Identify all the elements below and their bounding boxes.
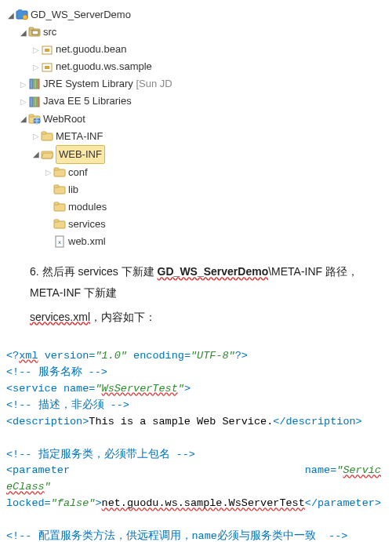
svg-rect-10 (30, 79, 33, 89)
para-line2: services.xml，内容如下： (30, 311, 156, 323)
expand-icon[interactable]: ▷ (31, 60, 41, 74)
tree-metainf[interactable]: ▷ META-INF (6, 128, 386, 145)
xml-code-block: <?xml version="1.0" encoding="UTF-8"?> <… (6, 332, 386, 542)
svg-rect-24 (54, 168, 59, 170)
node-label: conf (68, 164, 88, 181)
folder-icon (53, 166, 66, 179)
node-label: src (43, 24, 56, 41)
package-icon (41, 43, 53, 56)
svg-rect-28 (54, 202, 59, 205)
expand-icon[interactable]: ▷ (19, 95, 28, 108)
svg-rect-13 (30, 97, 33, 107)
tree-services[interactable]: ▷ services (6, 216, 386, 233)
library-icon (28, 96, 41, 108)
svg-rect-1 (18, 9, 22, 12)
node-label: services (68, 216, 106, 233)
node-label: web.xml (68, 233, 106, 250)
expand-icon[interactable]: ◢ (31, 147, 41, 161)
document-paragraph: 6. 然后再 services 下新建 GD_WS_ServerDemo\MET… (6, 261, 386, 327)
node-label: modules (68, 198, 107, 216)
tree-webxml[interactable]: ▷ x web.xml (6, 233, 386, 250)
tree-webinf[interactable]: ◢ WEB-INF (6, 145, 386, 164)
svg-rect-5 (32, 31, 38, 35)
svg-rect-30 (54, 220, 59, 222)
expand-icon[interactable]: ▷ (31, 43, 41, 56)
tree-root[interactable]: ◢ GD_WS_ServerDemo (6, 6, 386, 24)
xml-file-icon: x (53, 235, 66, 248)
node-label: JRE System Library [Sun JD (43, 75, 172, 93)
svg-rect-7 (45, 49, 49, 52)
svg-marker-22 (42, 153, 53, 158)
project-icon (16, 9, 28, 21)
expand-icon[interactable]: ▷ (31, 129, 41, 143)
svg-rect-11 (34, 79, 37, 89)
svg-rect-4 (29, 27, 34, 30)
svg-rect-12 (38, 79, 39, 89)
svg-rect-26 (54, 185, 59, 187)
project-tree: ◢ GD_WS_ServerDemo ◢ src ▷ net.guodu.bea… (6, 6, 386, 250)
tree-lib[interactable]: ▷ lib (6, 181, 386, 198)
tree-conf[interactable]: ▷ conf (6, 164, 386, 181)
tree-javaee[interactable]: ▷ Java EE 5 Libraries (6, 93, 386, 110)
node-label: WEB-INF (56, 145, 105, 164)
expand-icon[interactable]: ▷ (19, 78, 28, 91)
expand-icon[interactable]: ◢ (19, 26, 28, 39)
folder-icon (53, 218, 66, 231)
node-label: net.guodu.bean (56, 41, 126, 58)
svg-rect-17 (29, 115, 34, 117)
node-label: WebRoot (43, 111, 85, 128)
expand-icon[interactable]: ◢ (6, 9, 16, 22)
library-icon (28, 78, 41, 90)
folder-icon (41, 130, 53, 143)
node-label: META-INF (56, 128, 103, 145)
node-label: lib (68, 181, 78, 198)
tree-src[interactable]: ◢ src (6, 24, 386, 41)
expand-icon[interactable]: ▷ (44, 166, 53, 179)
folder-open-icon (41, 148, 53, 161)
node-label: Java EE 5 Libraries (43, 93, 132, 110)
tree-pkg2[interactable]: ▷ net.guodu.ws.sample (6, 58, 386, 75)
svg-rect-9 (45, 66, 49, 69)
node-label: net.guodu.ws.sample (56, 58, 152, 75)
svg-rect-20 (42, 132, 46, 134)
expand-icon[interactable]: ◢ (19, 112, 28, 125)
svg-rect-15 (38, 97, 39, 107)
svg-text:x: x (58, 239, 61, 246)
node-label: GD_WS_ServerDemo (31, 6, 131, 24)
tree-pkg1[interactable]: ▷ net.guodu.bean (6, 41, 386, 58)
package-icon (41, 60, 53, 73)
tree-webroot[interactable]: ◢ WebRoot (6, 111, 386, 128)
para-line1: 6. 然后再 services 下新建 GD_WS_ServerDemo\MET… (30, 265, 358, 299)
folder-icon (53, 201, 66, 213)
tree-modules[interactable]: ▷ modules (6, 198, 386, 216)
tree-jre[interactable]: ▷ JRE System Library [Sun JD (6, 75, 386, 93)
folder-icon (53, 184, 66, 196)
source-folder-icon (28, 26, 41, 38)
svg-point-2 (23, 15, 27, 20)
svg-rect-14 (34, 97, 37, 107)
webroot-icon (28, 113, 41, 125)
